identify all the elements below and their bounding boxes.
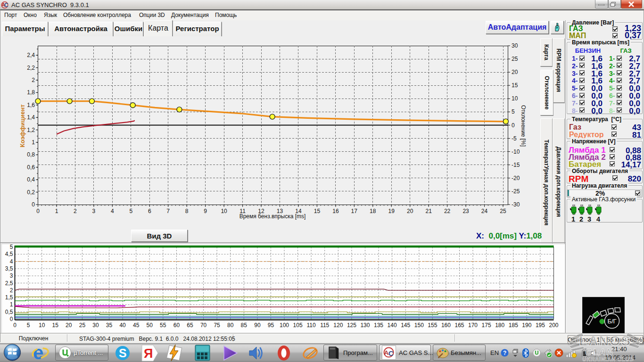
svg-text:Отклонение [%]: Отклонение [%]	[520, 105, 527, 147]
svg-text:3,5: 3,5	[5, 265, 13, 272]
svg-text:4: 4	[111, 208, 114, 214]
svg-text:1,2: 1,2	[27, 127, 35, 133]
svg-text:155: 155	[428, 322, 437, 329]
svg-text:65: 65	[187, 322, 193, 329]
svg-text:2,2: 2,2	[27, 65, 35, 71]
svg-text:22: 22	[444, 208, 451, 214]
svg-text:Время бенз.впрыска [ms]: Время бенз.впрыска [ms]	[239, 213, 306, 220]
svg-text:30: 30	[512, 42, 518, 49]
svg-text:15: 15	[314, 208, 321, 214]
svg-text:1: 1	[55, 208, 58, 214]
svg-text:-25: -25	[512, 188, 520, 195]
svg-text:25: 25	[512, 56, 518, 62]
svg-text:85: 85	[241, 322, 248, 329]
svg-text:0: 0	[13, 322, 17, 329]
svg-text:18: 18	[370, 208, 376, 214]
svg-text:1,6: 1,6	[27, 102, 35, 108]
svg-text:?: ?	[503, 350, 506, 356]
svg-text:2,5: 2,5	[5, 280, 13, 287]
svg-text:Б/Г: Б/Г	[607, 318, 616, 325]
svg-text:5: 5	[129, 208, 132, 214]
svg-text:1,5: 1,5	[5, 294, 13, 301]
svg-text:9: 9	[204, 208, 207, 214]
svg-text:16: 16	[332, 208, 339, 214]
svg-text:55: 55	[160, 322, 166, 329]
svg-text:190: 190	[522, 322, 531, 329]
svg-text:130: 130	[360, 322, 370, 329]
svg-text:0: 0	[10, 316, 13, 322]
svg-text:1,4: 1,4	[27, 114, 35, 121]
svg-text:165: 165	[454, 322, 464, 329]
svg-text:20: 20	[512, 69, 518, 75]
svg-text:19: 19	[388, 208, 395, 214]
svg-text:-30: -30	[512, 201, 520, 208]
svg-text:-15: -15	[512, 162, 520, 168]
svg-text:80: 80	[227, 322, 234, 329]
svg-text:40: 40	[119, 322, 126, 329]
svg-text:3: 3	[10, 272, 13, 279]
svg-text:175: 175	[482, 322, 491, 329]
svg-text:C: C	[388, 349, 394, 357]
svg-text:30: 30	[92, 322, 99, 329]
svg-text:145: 145	[401, 322, 410, 329]
svg-text:170: 170	[468, 322, 478, 329]
svg-text:180: 180	[495, 322, 504, 329]
svg-text:1: 1	[10, 301, 13, 308]
svg-text:45: 45	[133, 322, 140, 329]
svg-text:135: 135	[374, 322, 383, 329]
svg-text:5: 5	[10, 244, 13, 250]
svg-text:C: C	[4, 2, 8, 8]
svg-text:Коэффициент: Коэффициент	[19, 104, 26, 147]
svg-text:200: 200	[549, 322, 558, 329]
svg-text:0: 0	[512, 122, 515, 129]
svg-text:17: 17	[351, 208, 358, 214]
svg-text:10: 10	[39, 322, 45, 329]
svg-text:20: 20	[407, 208, 413, 214]
svg-text:15: 15	[52, 322, 59, 329]
svg-text:Я: Я	[144, 346, 153, 361]
svg-text:185: 185	[509, 322, 518, 329]
svg-text:100: 100	[280, 322, 289, 329]
svg-text:0,2: 0,2	[27, 189, 35, 196]
svg-text:1,8: 1,8	[27, 89, 35, 96]
svg-text:70: 70	[200, 322, 207, 329]
svg-text:35: 35	[106, 322, 113, 329]
svg-text:-20: -20	[512, 175, 520, 181]
svg-text:105: 105	[293, 322, 303, 329]
svg-text:115: 115	[320, 322, 329, 329]
svg-text:110: 110	[307, 322, 316, 329]
svg-text:-10: -10	[512, 148, 520, 155]
svg-text:4,5: 4,5	[5, 251, 13, 257]
svg-text:10: 10	[221, 208, 227, 214]
svg-text:25: 25	[500, 208, 506, 214]
svg-text:160: 160	[441, 322, 451, 329]
svg-text:2: 2	[10, 287, 13, 294]
svg-text:-5: -5	[512, 135, 517, 142]
svg-text:95: 95	[268, 322, 274, 329]
svg-text:15: 15	[512, 82, 518, 89]
svg-text:60: 60	[173, 322, 180, 329]
svg-text:2,4: 2,4	[27, 52, 35, 58]
svg-text:75: 75	[214, 322, 220, 329]
svg-text:3: 3	[92, 208, 96, 214]
svg-text:120: 120	[333, 322, 343, 329]
svg-text:2: 2	[74, 208, 77, 214]
svg-text:1: 1	[32, 139, 35, 146]
svg-text:0,5: 0,5	[5, 309, 13, 315]
svg-text:0,8: 0,8	[27, 151, 35, 158]
svg-text:8: 8	[185, 208, 189, 214]
svg-text:4: 4	[10, 258, 13, 265]
svg-text:140: 140	[388, 322, 397, 329]
svg-text:0,6: 0,6	[27, 164, 35, 171]
svg-text:5: 5	[27, 322, 30, 329]
svg-text:150: 150	[414, 322, 424, 329]
svg-text:10: 10	[512, 95, 518, 102]
svg-text:0: 0	[32, 201, 35, 208]
svg-text:7: 7	[166, 208, 170, 214]
svg-text:20: 20	[66, 322, 72, 329]
svg-text:50: 50	[147, 322, 153, 329]
svg-text:e: e	[33, 345, 43, 362]
svg-text:25: 25	[79, 322, 86, 329]
svg-text:21: 21	[426, 208, 432, 214]
svg-text:6: 6	[148, 208, 151, 214]
